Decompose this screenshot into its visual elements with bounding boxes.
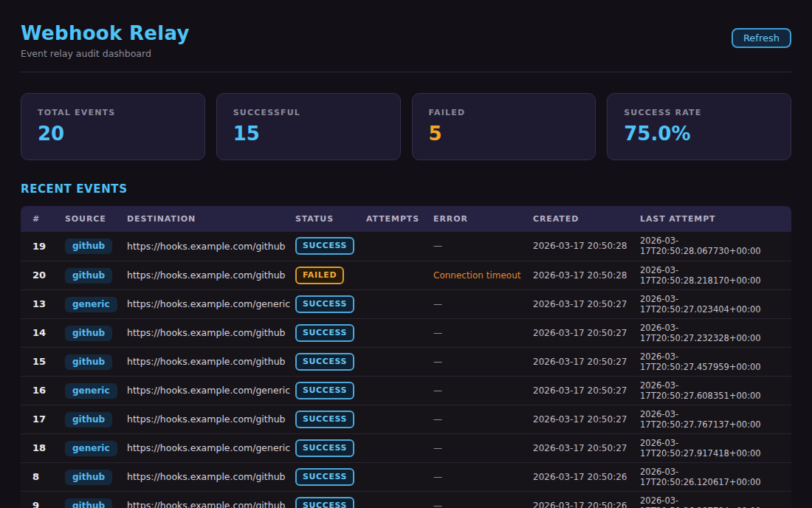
error-cell: — [422, 491, 521, 508]
source-badge: github [65, 268, 112, 284]
table-row: 19 github https://hooks.example.com/gith… [21, 232, 791, 261]
last-attempt-cell: 2026-03-17T20:50:27.917418+00:00 [628, 433, 791, 462]
stat-card-success-rate: SUCCESS RATE 75.0% [607, 93, 791, 160]
created-cell: 2026-03-17 20:50:27 [521, 405, 628, 433]
stat-value: 5 [429, 123, 579, 145]
error-cell: Connection timeout [422, 261, 521, 289]
event-id-cell: 15 [21, 347, 53, 376]
attempts-cell [354, 232, 422, 261]
column-header-source: SOURCE [53, 206, 115, 232]
created-cell: 2026-03-17 20:50:27 [521, 433, 628, 462]
event-id-cell: 8 [21, 462, 53, 491]
stat-value: 15 [233, 123, 384, 145]
error-cell: — [422, 405, 521, 433]
attempts-cell [354, 433, 422, 462]
status-badge: SUCCESS [295, 468, 354, 486]
error-cell: — [422, 462, 521, 491]
source-badge: github [65, 354, 112, 370]
last-attempt-cell: 2026-03-17T20:50:28.067730+00:00 [628, 232, 791, 261]
source-badge: github [65, 470, 112, 485]
created-cell: 2026-03-17 20:50:28 [521, 261, 628, 289]
error-cell: — [422, 433, 521, 462]
event-id-cell: 17 [21, 405, 53, 433]
last-attempt-cell: 2026-03-17T20:50:26.287794+00:00 [628, 491, 791, 508]
header-divider [21, 72, 791, 72]
stat-cards: TOTAL EVENTS 20 SUCCESSFUL 15 FAILED 5 S… [21, 93, 791, 160]
created-cell: 2026-03-17 20:50:26 [521, 462, 628, 491]
last-attempt-cell: 2026-03-17T20:50:27.457959+00:00 [628, 347, 791, 376]
source-badge: generic [65, 297, 117, 312]
attempts-cell [354, 491, 422, 508]
column-header-attempts: ATTEMPTS [354, 206, 422, 232]
stat-value: 20 [38, 123, 188, 145]
status-badge: SUCCESS [295, 382, 354, 399]
error-cell: — [422, 347, 521, 376]
last-attempt-cell: 2026-03-17T20:50:27.767137+00:00 [628, 405, 791, 433]
destination-cell: https://hooks.example.com/github [115, 405, 283, 433]
last-attempt-cell: 2026-03-17T20:50:27.023404+00:00 [628, 289, 791, 318]
created-cell: 2026-03-17 20:50:28 [521, 232, 628, 261]
stat-label: FAILED [429, 108, 579, 117]
event-id-cell: 13 [21, 289, 53, 318]
table-row: 15 github https://hooks.example.com/gith… [21, 347, 791, 376]
created-cell: 2026-03-17 20:50:27 [521, 376, 628, 405]
source-badge: github [65, 238, 112, 254]
destination-cell: https://hooks.example.com/github [115, 232, 283, 261]
table-row: 17 github https://hooks.example.com/gith… [21, 405, 791, 433]
destination-cell: https://hooks.example.com/github [115, 318, 283, 347]
column-header-created: CREATED [521, 206, 628, 232]
page-title: Webhook Relay [21, 22, 190, 44]
table-row: 8 github https://hooks.example.com/githu… [21, 462, 791, 491]
status-badge: SUCCESS [295, 353, 354, 371]
created-cell: 2026-03-17 20:50:27 [521, 347, 628, 376]
destination-cell: https://hooks.example.com/github [115, 462, 283, 491]
attempts-cell [354, 347, 422, 376]
refresh-button[interactable]: Refresh [732, 28, 791, 48]
column-header-last-attempt: LAST ATTEMPT [628, 206, 791, 232]
stat-value: 75.0% [624, 123, 774, 145]
destination-cell: https://hooks.example.com/generic [115, 289, 283, 318]
column-header-id: # [21, 206, 53, 232]
source-badge: github [65, 326, 112, 341]
error-cell: — [422, 232, 521, 261]
created-cell: 2026-03-17 20:50:27 [521, 318, 628, 347]
section-title-recent-events: RECENT EVENTS [21, 182, 791, 196]
last-attempt-cell: 2026-03-17T20:50:26.120617+00:00 [628, 462, 791, 491]
table-row: 16 generic https://hooks.example.com/gen… [21, 376, 791, 405]
page-subtitle: Event relay audit dashboard [21, 48, 190, 59]
table-row: 13 generic https://hooks.example.com/gen… [21, 289, 791, 318]
topbar: Webhook Relay Event relay audit dashboar… [21, 0, 791, 59]
source-badge: generic [65, 383, 117, 399]
event-id-cell: 14 [21, 318, 53, 347]
table-row: 14 github https://hooks.example.com/gith… [21, 318, 791, 347]
events-table: # SOURCE DESTINATION STATUS ATTEMPTS ERR… [21, 206, 791, 508]
events-table-container: # SOURCE DESTINATION STATUS ATTEMPTS ERR… [21, 206, 791, 508]
created-cell: 2026-03-17 20:50:27 [521, 289, 628, 318]
event-id-cell: 20 [21, 261, 53, 289]
event-id-cell: 18 [21, 433, 53, 462]
column-header-error: ERROR [422, 206, 521, 232]
status-badge: SUCCESS [295, 411, 354, 428]
event-id-cell: 9 [21, 491, 53, 508]
attempts-cell [354, 376, 422, 405]
attempts-cell [354, 405, 422, 433]
destination-cell: https://hooks.example.com/generic [115, 433, 283, 462]
error-cell: — [422, 376, 521, 405]
status-badge: SUCCESS [295, 497, 354, 508]
attempts-cell [354, 318, 422, 347]
stat-label: SUCCESS RATE [624, 108, 774, 117]
header-text-block: Webhook Relay Event relay audit dashboar… [21, 22, 190, 59]
stat-label: SUCCESSFUL [233, 108, 384, 117]
event-id-cell: 16 [21, 376, 53, 405]
error-cell: — [422, 289, 521, 318]
status-badge: SUCCESS [295, 439, 354, 457]
status-badge: FAILED [295, 267, 344, 284]
last-attempt-cell: 2026-03-17T20:50:27.232328+00:00 [628, 318, 791, 347]
dashboard-page: Webhook Relay Event relay audit dashboar… [0, 0, 812, 508]
stat-card-total-events: TOTAL EVENTS 20 [21, 93, 205, 160]
created-cell: 2026-03-17 20:50:26 [521, 491, 628, 508]
table-row: 20 github https://hooks.example.com/gith… [21, 261, 791, 289]
stat-card-successful: SUCCESSFUL 15 [216, 93, 401, 160]
destination-cell: https://hooks.example.com/github [115, 491, 283, 508]
column-header-destination: DESTINATION [115, 206, 283, 232]
